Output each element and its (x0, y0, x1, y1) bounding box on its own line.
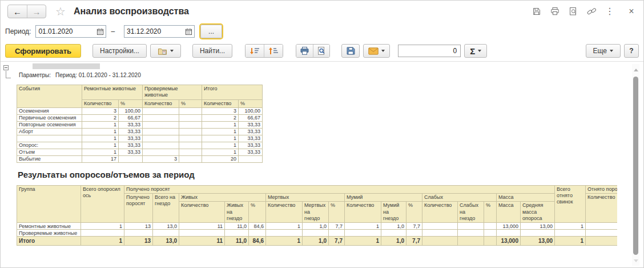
header-cell[interactable]: % (119, 99, 143, 107)
data-cell[interactable] (422, 237, 458, 246)
data-cell[interactable]: 84,6 (249, 237, 266, 246)
period-more-button[interactable]: ... (200, 25, 222, 38)
data-cell[interactable] (225, 230, 249, 237)
header-cell[interactable]: Количество (422, 202, 458, 223)
data-cell[interactable]: 13,000 (497, 237, 521, 246)
row-label-cell[interactable]: Отъем (17, 149, 82, 155)
sort-descending-button[interactable] (245, 45, 264, 57)
header-cell[interactable]: Слабых (422, 194, 497, 202)
data-cell[interactable]: 1 (345, 223, 381, 230)
data-cell[interactable]: 33,33 (239, 135, 263, 142)
data-cell[interactable]: 9 (586, 223, 617, 230)
period-to-input[interactable] (124, 27, 183, 35)
data-cell[interactable]: 1 (266, 223, 303, 230)
row-label-cell[interactable]: Ремонтные животные (17, 223, 81, 230)
back-button[interactable]: ← (8, 5, 27, 18)
header-cell[interactable]: Ремонтные животные (82, 85, 143, 100)
data-cell[interactable]: 1 (202, 142, 239, 149)
data-cell[interactable] (119, 155, 143, 162)
row-label-cell[interactable]: Первичные осеменения (17, 114, 82, 121)
data-cell[interactable]: 1 (555, 237, 586, 246)
data-cell[interactable]: 1 (81, 237, 124, 246)
row-label-cell[interactable]: Проверяемые животные (17, 230, 81, 237)
data-cell[interactable] (143, 114, 179, 121)
header-cell[interactable]: Всего отнято свинок (555, 185, 586, 222)
header-cell[interactable]: Мумий (345, 194, 422, 202)
data-cell[interactable] (143, 107, 179, 114)
data-cell[interactable] (179, 121, 202, 128)
data-cell[interactable] (179, 135, 202, 142)
save-result-button[interactable] (341, 44, 360, 58)
data-cell[interactable] (179, 142, 202, 149)
help-button[interactable]: ? (624, 44, 639, 58)
data-cell[interactable]: 33,33 (239, 149, 263, 155)
header-cell[interactable]: Живых на гнездо (225, 202, 249, 223)
favorite-star-icon[interactable]: ☆ (55, 6, 66, 17)
data-cell[interactable] (422, 230, 458, 237)
data-cell[interactable] (143, 128, 179, 135)
data-cell[interactable]: 3 (202, 107, 239, 114)
header-cell[interactable]: % (406, 202, 422, 223)
group-header-band[interactable] (33, 63, 100, 69)
data-cell[interactable]: 33,33 (239, 142, 263, 149)
header-cell[interactable]: Живых (179, 194, 266, 202)
data-cell[interactable]: 7,7 (329, 237, 345, 246)
data-cell[interactable] (266, 230, 303, 237)
data-cell[interactable]: 13,000 (497, 223, 521, 230)
data-cell[interactable]: 1 (202, 128, 239, 135)
data-cell[interactable]: 2 (82, 114, 119, 121)
data-cell[interactable]: 17 (82, 155, 119, 162)
row-label-cell[interactable]: Повторные осеменения (17, 121, 82, 128)
data-cell[interactable]: 9 (586, 237, 617, 246)
data-cell[interactable] (81, 230, 124, 237)
row-label-cell[interactable]: Аборт (17, 128, 82, 135)
data-cell[interactable] (458, 223, 484, 230)
header-cell[interactable]: События (17, 85, 82, 108)
data-cell[interactable]: 100,00 (119, 107, 143, 114)
data-cell[interactable] (345, 230, 381, 237)
data-cell[interactable] (497, 230, 521, 237)
data-cell[interactable]: 1 (202, 135, 239, 142)
data-cell[interactable]: 7,7 (406, 223, 422, 230)
more-menu-icon[interactable]: ⋮ (605, 6, 615, 17)
data-cell[interactable]: 66,67 (119, 114, 143, 121)
header-cell[interactable]: Получено поросят (124, 194, 153, 223)
data-cell[interactable] (143, 121, 179, 128)
counter-input[interactable] (399, 47, 460, 55)
header-cell[interactable]: % (249, 202, 266, 223)
header-cell[interactable]: Количество (179, 202, 225, 223)
header-cell[interactable]: Количество (586, 194, 617, 223)
data-cell[interactable]: 33,33 (119, 121, 143, 128)
more-actions-button[interactable]: Еще (586, 44, 621, 58)
generate-button[interactable]: Сформировать (5, 44, 81, 58)
save-icon[interactable] (532, 6, 542, 17)
data-cell[interactable] (153, 230, 179, 237)
data-cell[interactable]: 1 (82, 128, 119, 135)
data-cell[interactable]: 13 (124, 237, 153, 246)
data-cell[interactable]: 11 (179, 223, 225, 230)
data-cell[interactable]: 66,67 (239, 114, 263, 121)
data-cell[interactable] (484, 223, 497, 230)
data-cell[interactable]: 1 (266, 237, 303, 246)
data-cell[interactable]: 2 (202, 114, 239, 121)
data-cell[interactable]: 13,0 (153, 237, 179, 246)
data-cell[interactable] (303, 230, 329, 237)
data-cell[interactable]: 1 (555, 223, 586, 230)
data-cell[interactable]: 33,33 (119, 142, 143, 149)
data-cell[interactable]: 3 (82, 107, 119, 114)
data-cell[interactable]: 1 (82, 149, 119, 155)
data-cell[interactable]: 1,0 (303, 237, 329, 246)
data-cell[interactable]: 1 (202, 121, 239, 128)
calendar-icon[interactable] (94, 26, 106, 37)
data-cell[interactable] (422, 223, 458, 230)
header-cell[interactable]: Всего опоросилось (81, 185, 124, 222)
group-collapse-toggle[interactable] (3, 65, 9, 70)
data-cell[interactable]: 1 (202, 149, 239, 155)
data-cell[interactable]: 1,0 (303, 223, 329, 230)
data-cell[interactable]: 7,7 (406, 237, 422, 246)
header-cell[interactable]: Мумий на гнездо (381, 202, 406, 223)
print-icon[interactable] (550, 6, 560, 17)
data-cell[interactable]: 33,33 (119, 135, 143, 142)
header-cell[interactable]: % (484, 202, 497, 223)
row-label-cell[interactable]: Осеменения (17, 107, 82, 114)
